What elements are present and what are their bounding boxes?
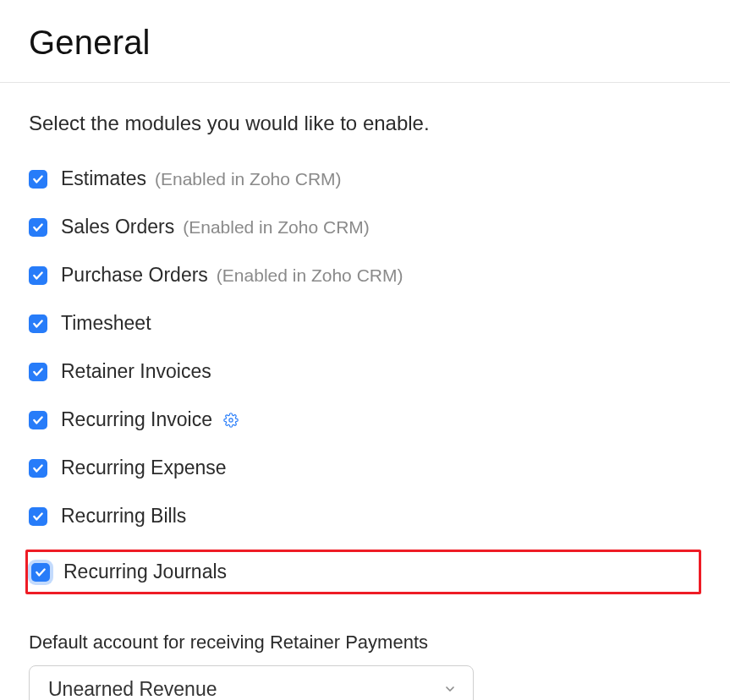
module-row-recurring-bills: Recurring Bills bbox=[29, 501, 701, 531]
gear-icon[interactable] bbox=[221, 410, 241, 430]
module-label-text: Estimates bbox=[61, 167, 146, 190]
module-label: Recurring Journals bbox=[63, 561, 227, 583]
module-label: Retainer Invoices bbox=[61, 360, 211, 383]
module-label-text: Recurring Invoice bbox=[61, 408, 212, 431]
module-row-recurring-invoice: Recurring Invoice bbox=[29, 405, 701, 435]
module-checkbox-sales-orders[interactable] bbox=[29, 218, 47, 237]
module-note: (Enabled in Zoho CRM) bbox=[155, 169, 342, 189]
module-checkbox-recurring-journals[interactable] bbox=[31, 563, 50, 582]
module-label: Timesheet bbox=[61, 312, 151, 335]
module-checkbox-recurring-invoice[interactable] bbox=[29, 411, 47, 429]
module-label-text: Recurring Journals bbox=[63, 561, 227, 583]
svg-point-0 bbox=[229, 418, 233, 421]
default-account-select-value: Unearned Revenue bbox=[48, 678, 217, 701]
module-row-retainer-invoices: Retainer Invoices bbox=[29, 357, 701, 386]
module-label: Recurring Bills bbox=[61, 505, 186, 528]
instruction-text: Select the modules you would like to ena… bbox=[29, 112, 701, 135]
module-checkbox-timesheet[interactable] bbox=[29, 314, 47, 333]
module-checkbox-purchase-orders[interactable] bbox=[29, 266, 47, 285]
module-label-text: Recurring Bills bbox=[61, 505, 186, 528]
module-row-sales-orders: Sales Orders(Enabled in Zoho CRM) bbox=[29, 212, 701, 242]
chevron-down-icon bbox=[442, 681, 458, 697]
module-checkbox-recurring-bills[interactable] bbox=[29, 507, 47, 526]
page-title: General bbox=[29, 24, 701, 62]
module-label: Purchase Orders(Enabled in Zoho CRM) bbox=[61, 264, 403, 287]
module-row-recurring-journals: Recurring Journals bbox=[25, 550, 701, 594]
module-row-purchase-orders: Purchase Orders(Enabled in Zoho CRM) bbox=[29, 260, 701, 290]
module-row-timesheet: Timesheet bbox=[29, 309, 701, 338]
module-label-text: Purchase Orders bbox=[61, 264, 208, 287]
module-note: (Enabled in Zoho CRM) bbox=[217, 265, 403, 286]
module-label: Recurring Invoice bbox=[61, 408, 241, 431]
module-label: Recurring Expense bbox=[61, 457, 227, 479]
module-list: Estimates(Enabled in Zoho CRM)Sales Orde… bbox=[29, 164, 701, 594]
module-label-text: Retainer Invoices bbox=[61, 360, 211, 383]
module-label-text: Sales Orders bbox=[61, 216, 174, 238]
module-label-text: Recurring Expense bbox=[61, 457, 227, 479]
default-account-select[interactable]: Unearned Revenue bbox=[29, 665, 474, 700]
module-label: Estimates(Enabled in Zoho CRM) bbox=[61, 167, 342, 190]
module-row-recurring-expense: Recurring Expense bbox=[29, 453, 701, 483]
page-header: General bbox=[0, 0, 730, 83]
module-label-text: Timesheet bbox=[61, 312, 151, 335]
module-checkbox-recurring-expense[interactable] bbox=[29, 459, 47, 478]
module-row-estimates: Estimates(Enabled in Zoho CRM) bbox=[29, 164, 701, 194]
module-checkbox-retainer-invoices[interactable] bbox=[29, 363, 47, 381]
default-account-label: Default account for receiving Retainer P… bbox=[29, 632, 701, 654]
content-area: Select the modules you would like to ena… bbox=[0, 83, 730, 700]
module-checkbox-estimates[interactable] bbox=[29, 170, 47, 189]
module-label: Sales Orders(Enabled in Zoho CRM) bbox=[61, 216, 370, 238]
module-note: (Enabled in Zoho CRM) bbox=[183, 217, 370, 238]
